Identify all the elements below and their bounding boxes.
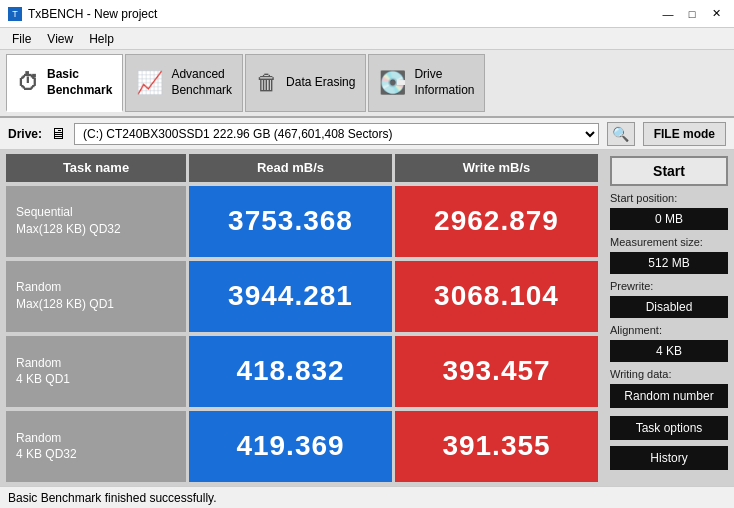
title-bar: T TxBENCH - New project — □ ✕ <box>0 0 734 28</box>
row-label-0: SequentialMax(128 KB) QD32 <box>6 186 186 257</box>
write-cell-2: 393.457 <box>395 336 598 407</box>
prewrite-value: Disabled <box>610 296 728 318</box>
toolbar-advanced-benchmark[interactable]: 📈 AdvancedBenchmark <box>125 54 243 112</box>
title-text: TxBENCH - New project <box>28 7 157 21</box>
right-panel: Start Start position: 0 MB Measurement s… <box>604 150 734 486</box>
menu-file[interactable]: File <box>4 30 39 48</box>
table-row: RandomMax(128 KB) QD1 3944.281 3068.104 <box>6 261 598 332</box>
table-row: Random4 KB QD1 418.832 393.457 <box>6 336 598 407</box>
col-write: Write mB/s <box>395 154 598 182</box>
menu-view[interactable]: View <box>39 30 81 48</box>
toolbar-data-erasing[interactable]: 🗑 Data Erasing <box>245 54 366 112</box>
start-position-label: Start position: <box>610 192 728 204</box>
toolbar-basic-benchmark[interactable]: ⏱ BasicBenchmark <box>6 54 123 112</box>
read-cell-0: 3753.368 <box>189 186 392 257</box>
measurement-size-label: Measurement size: <box>610 236 728 248</box>
advanced-benchmark-label: AdvancedBenchmark <box>171 67 232 98</box>
row-label-2: Random4 KB QD1 <box>6 336 186 407</box>
main-area: Task name Read mB/s Write mB/s Sequentia… <box>0 150 734 486</box>
menu-bar: File View Help <box>0 28 734 50</box>
menu-help[interactable]: Help <box>81 30 122 48</box>
start-button[interactable]: Start <box>610 156 728 186</box>
prewrite-label: Prewrite: <box>610 280 728 292</box>
writing-data-button[interactable]: Random number <box>610 384 728 408</box>
advanced-benchmark-icon: 📈 <box>136 70 163 96</box>
drive-label: Drive: <box>8 127 42 141</box>
row-label-1: RandomMax(128 KB) QD1 <box>6 261 186 332</box>
read-cell-3: 419.369 <box>189 411 392 482</box>
row-label-3: Random4 KB QD32 <box>6 411 186 482</box>
drive-information-label: DriveInformation <box>414 67 474 98</box>
results-table: Task name Read mB/s Write mB/s Sequentia… <box>0 150 604 486</box>
drive-row: Drive: 🖥 (C:) CT240BX300SSD1 222.96 GB (… <box>0 118 734 150</box>
table-header: Task name Read mB/s Write mB/s <box>6 154 598 182</box>
read-cell-1: 3944.281 <box>189 261 392 332</box>
write-cell-3: 391.355 <box>395 411 598 482</box>
col-task-name: Task name <box>6 154 186 182</box>
data-erasing-label: Data Erasing <box>286 75 355 91</box>
basic-benchmark-icon: ⏱ <box>17 70 39 96</box>
start-position-value: 0 MB <box>610 208 728 230</box>
alignment-label: Alignment: <box>610 324 728 336</box>
toolbar-drive-information[interactable]: 💽 DriveInformation <box>368 54 485 112</box>
maximize-button[interactable]: □ <box>682 5 702 23</box>
alignment-value: 4 KB <box>610 340 728 362</box>
drive-information-icon: 💽 <box>379 70 406 96</box>
drive-select[interactable]: (C:) CT240BX300SSD1 222.96 GB (467,601,4… <box>74 123 599 145</box>
measurement-size-value: 512 MB <box>610 252 728 274</box>
app-icon: T <box>8 7 22 21</box>
drive-refresh-button[interactable]: 🔍 <box>607 122 635 146</box>
drive-icon: 🖥 <box>50 125 66 143</box>
basic-benchmark-label: BasicBenchmark <box>47 67 112 98</box>
close-button[interactable]: ✕ <box>706 5 726 23</box>
task-options-button[interactable]: Task options <box>610 416 728 440</box>
write-cell-0: 2962.879 <box>395 186 598 257</box>
minimize-button[interactable]: — <box>658 5 678 23</box>
toolbar: ⏱ BasicBenchmark 📈 AdvancedBenchmark 🗑 D… <box>0 50 734 118</box>
read-cell-2: 418.832 <box>189 336 392 407</box>
status-text: Basic Benchmark finished successfully. <box>8 491 217 505</box>
file-mode-button[interactable]: FILE mode <box>643 122 726 146</box>
status-bar: Basic Benchmark finished successfully. <box>0 486 734 508</box>
title-controls: — □ ✕ <box>658 5 726 23</box>
data-erasing-icon: 🗑 <box>256 70 278 96</box>
write-cell-1: 3068.104 <box>395 261 598 332</box>
table-row: SequentialMax(128 KB) QD32 3753.368 2962… <box>6 186 598 257</box>
col-read: Read mB/s <box>189 154 392 182</box>
table-row: Random4 KB QD32 419.369 391.355 <box>6 411 598 482</box>
history-button[interactable]: History <box>610 446 728 470</box>
title-bar-left: T TxBENCH - New project <box>8 7 157 21</box>
writing-data-label: Writing data: <box>610 368 728 380</box>
